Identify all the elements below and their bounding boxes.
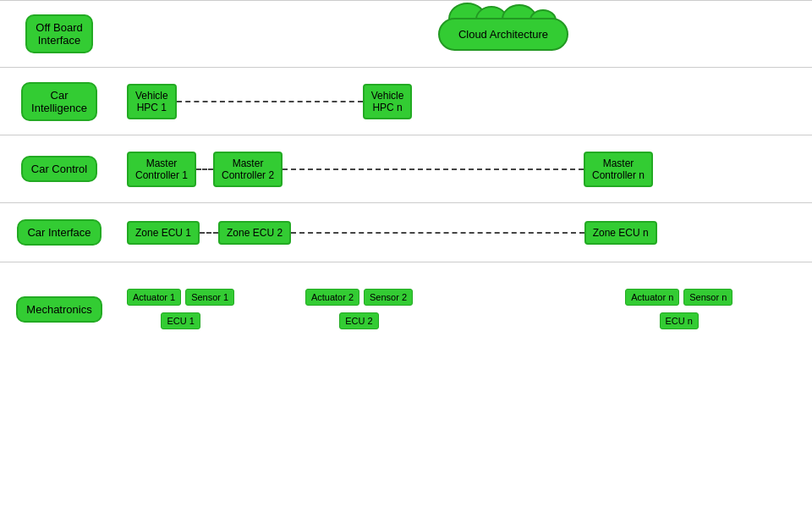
car-intelligence-flex: Vehicle HPC 1 Vehicle HPC n (127, 84, 804, 119)
master-controller-2: Master Controller 2 (213, 152, 283, 187)
actuator-n: Actuator n (625, 289, 679, 306)
mc-connector-1 (196, 168, 213, 170)
row-mechatronics: Mechatronics Actuator 1 Sensor 1 ECU 1 A… (0, 262, 812, 356)
zone-ecu-n: Zone ECU n (584, 221, 657, 245)
offboard-label-col: Off Board Interface (0, 6, 118, 62)
car-control-label-col: Car Control (0, 147, 118, 190)
mc-connector-2 (283, 168, 584, 170)
mech-group-3-top: Actuator n Sensor n (625, 289, 732, 306)
ecu-1: ECU 1 (161, 312, 200, 329)
ecu-n: ECU n (660, 312, 699, 329)
mech-group-1: Actuator 1 Sensor 1 ECU 1 (127, 289, 234, 329)
zone-ecu-1: Zone ECU 1 (127, 221, 200, 245)
offboard-label: Off Board Interface (25, 14, 92, 53)
sensor-2: Sensor 2 (364, 289, 413, 306)
car-control-content: Master Controller 1 Master Controller 2 … (118, 143, 812, 196)
mechatronics-label-col: Mechatronics (0, 288, 118, 331)
row-car-control: Car Control Master Controller 1 Master C… (0, 135, 812, 203)
cloud-label: Cloud Architecture (438, 18, 568, 51)
mech-group-2: Actuator 2 Sensor 2 ECU 2 (305, 289, 413, 329)
actuator-2: Actuator 2 (305, 289, 359, 306)
car-intelligence-content: Vehicle HPC 1 Vehicle HPC n (118, 75, 812, 128)
mechatronics-content: Actuator 1 Sensor 1 ECU 1 Actuator 2 Sen… (118, 280, 812, 338)
actuator-1: Actuator 1 (127, 289, 181, 306)
mech-group-2-top: Actuator 2 Sensor 2 (305, 289, 413, 306)
vehicle-hpc1: Vehicle HPC 1 (127, 84, 177, 119)
car-control-flex: Master Controller 1 Master Controller 2 … (127, 152, 804, 187)
vehicle-hpcn: Vehicle HPC n (363, 84, 413, 119)
master-controller-1: Master Controller 1 (127, 152, 196, 187)
car-intelligence-label: Car Intelligence (21, 82, 97, 121)
master-controller-n: Master Controller n (584, 152, 653, 187)
offboard-content: Cloud Architecture (118, 9, 812, 59)
car-interface-label-col: Car Interface (0, 211, 118, 254)
diagram-container: Off Board Interface Cloud Architecture C… (0, 0, 812, 508)
sensor-n: Sensor n (683, 289, 732, 306)
ecu-2: ECU 2 (339, 312, 378, 329)
car-interface-label: Car Interface (17, 219, 101, 246)
hpc-connector-1 (177, 101, 363, 102)
mechatronics-flex: Actuator 1 Sensor 1 ECU 1 Actuator 2 Sen… (127, 289, 804, 329)
row-offboard: Off Board Interface Cloud Architecture (0, 0, 812, 68)
zecu-connector-2 (291, 232, 584, 234)
row-car-interface: Car Interface Zone ECU 1 Zone ECU 2 Zone… (0, 203, 812, 262)
car-interface-flex: Zone ECU 1 Zone ECU 2 Zone ECU n (127, 221, 804, 245)
zecu-connector-1 (200, 232, 218, 234)
car-control-label: Car Control (21, 156, 97, 182)
car-intelligence-label-col: Car Intelligence (0, 74, 118, 130)
mech-group-3: Actuator n Sensor n ECU n (625, 289, 732, 329)
car-interface-content: Zone ECU 1 Zone ECU 2 Zone ECU n (118, 213, 812, 253)
row-car-intelligence: Car Intelligence Vehicle HPC 1 Vehicle H… (0, 68, 812, 135)
mechatronics-label: Mechatronics (16, 296, 102, 323)
mech-group-1-top: Actuator 1 Sensor 1 (127, 289, 234, 306)
zone-ecu-2: Zone ECU 2 (218, 221, 291, 245)
sensor-1: Sensor 1 (185, 289, 234, 306)
